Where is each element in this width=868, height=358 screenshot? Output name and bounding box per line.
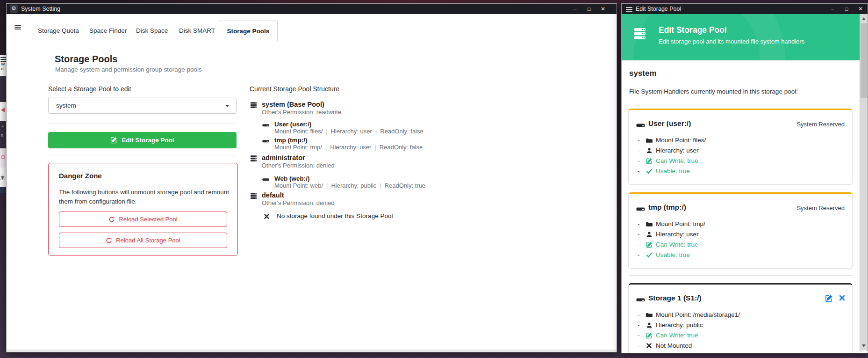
- handler-node-details: Mount Point: tmp/|Hierarchy: user|ReadOn…: [274, 144, 423, 151]
- edit-icon: [110, 137, 117, 144]
- chevron-down-icon: [225, 105, 229, 107]
- check-icon: [646, 168, 653, 175]
- sliver-text: xt: [0, 66, 6, 71]
- card-title: User (user:/): [648, 119, 691, 128]
- bullet: -: [638, 251, 640, 258]
- gear-icon: ⚙: [10, 5, 18, 13]
- danger-zone-description: The following buttons will unmount stora…: [59, 188, 233, 206]
- hamburger-menu-icon[interactable]: [626, 6, 632, 13]
- banner-subtitle: Edit storage pool and its mounted file s…: [659, 38, 804, 45]
- bullet: -: [638, 321, 640, 329]
- main-titlebar[interactable]: ⚙ System Setting – □ ✕: [7, 4, 617, 14]
- tab-space-finder[interactable]: Space Finder: [89, 27, 127, 34]
- pool-select[interactable]: system: [48, 97, 237, 114]
- background-window-sliver: W xt ~ n. 東: [0, 55, 6, 193]
- card-title: tmp (tmp:/): [648, 203, 686, 212]
- pool-node-permission: Other's Permission: denied: [262, 199, 335, 206]
- reload-selected-pool-button[interactable]: Reload Selected Pool: [59, 212, 227, 227]
- scroll-down-icon[interactable]: [862, 344, 866, 347]
- scrollbar-thumb[interactable]: [861, 23, 868, 98]
- detail-hierarchy: Hierarchy: user: [330, 144, 371, 151]
- edit-titlebar[interactable]: Edit Storage Pool – □ ✕: [622, 4, 868, 14]
- hdd-icon: [636, 295, 646, 304]
- handler-node-details: Mount Point: web/|Hierarchy: public|Read…: [274, 182, 425, 189]
- close-button[interactable]: ✕: [854, 4, 868, 14]
- minimize-button[interactable]: –: [568, 4, 582, 14]
- bullet: -: [638, 157, 640, 164]
- person-icon: [646, 147, 653, 154]
- pool-node-permission: Other's Permission: readwrite: [262, 109, 341, 116]
- pool-node-permission: Other's Permission: denied: [262, 162, 335, 169]
- card-item-text: Can Write: true: [656, 241, 698, 248]
- card-item-text: Not Mounted: [656, 342, 692, 349]
- card-item-text: Mount Point: tmp/: [656, 220, 705, 227]
- edit-storage-pool-window: Edit Storage Pool – □ ✕ Edit Storage Poo…: [621, 3, 868, 353]
- danger-zone-card: Danger Zone The following buttons will u…: [48, 163, 238, 256]
- tab-disk-smart[interactable]: Disk SMART: [179, 27, 215, 34]
- reload-all-pools-button[interactable]: Reload All Storage Pool: [59, 233, 227, 248]
- bullet: -: [638, 168, 640, 175]
- reload-all-pools-label: Reload All Storage Pool: [116, 237, 180, 244]
- red-triangle-icon: [1, 108, 5, 112]
- edit-handler-icon[interactable]: [825, 294, 833, 302]
- sliver-text: ~: [0, 121, 6, 129]
- hamburger-menu-icon[interactable]: [14, 24, 21, 30]
- detail-readonly: ReadOnly: false: [380, 128, 423, 135]
- reload-selected-pool-label: Reload Selected Pool: [119, 216, 177, 223]
- tab-disk-space[interactable]: Disk Space: [136, 27, 168, 34]
- person-icon: [646, 231, 653, 238]
- pool-select-value: system: [56, 102, 76, 109]
- folder-icon: [646, 137, 653, 144]
- edited-pool-name: system: [629, 69, 657, 78]
- detail-hierarchy: Hierarchy: public: [331, 182, 376, 189]
- refresh-icon: [108, 216, 115, 223]
- handler-node-title: Web (web:/): [274, 175, 310, 182]
- sliver-segment: [0, 187, 6, 193]
- x-icon: [646, 343, 652, 349]
- scrollbar[interactable]: [860, 14, 868, 351]
- window-title: System Setting: [21, 6, 60, 12]
- bullet: -: [638, 241, 640, 248]
- tab-storage-quota[interactable]: Storage Quota: [38, 27, 79, 34]
- pink-circle-icon: [1, 155, 5, 159]
- bullet: -: [638, 147, 640, 154]
- hdd-icon: [262, 138, 269, 145]
- sliver-segment: 東: [0, 168, 6, 187]
- bullet: -: [638, 220, 640, 227]
- sliver-text: 東: [0, 168, 6, 181]
- edit-icon: [646, 332, 653, 339]
- hdd-icon: [636, 205, 646, 213]
- maximize-button[interactable]: □: [582, 4, 596, 14]
- scroll-up-icon[interactable]: [862, 17, 866, 20]
- tab-bar: Storage Quota Space Finder Disk Space Di…: [7, 14, 617, 40]
- card-item-text: Hierarchy: user: [656, 147, 699, 154]
- maximize-button[interactable]: □: [839, 4, 854, 14]
- pool-node-title: system (Base Pool): [262, 101, 324, 108]
- card-item-text: Usable: true: [656, 168, 690, 175]
- bullet: -: [638, 231, 640, 238]
- detail-mount: Mount Point: files/: [274, 128, 323, 135]
- sliver-segment: [0, 76, 6, 102]
- detail-mount: Mount Point: tmp/: [274, 144, 322, 151]
- banner-title: Edit Storage Pool: [659, 25, 727, 35]
- remove-handler-icon[interactable]: [839, 294, 846, 302]
- bullet: -: [638, 342, 640, 349]
- edit-storage-pool-button[interactable]: Edit Storage Pool: [48, 132, 237, 148]
- handler-node-title: tmp (tmp:/): [274, 137, 307, 144]
- tab-storage-pools[interactable]: Storage Pools: [219, 21, 278, 41]
- hdd-icon: [262, 176, 269, 183]
- edit-storage-pool-label: Edit Storage Pool: [122, 137, 174, 144]
- minimize-button[interactable]: –: [825, 4, 839, 14]
- hdd-icon: [636, 121, 646, 130]
- x-icon: [264, 213, 270, 219]
- empty-pool-message: No storage found under this Storage Pool: [277, 212, 393, 219]
- structure-heading: Current Storage Pool Structure: [250, 85, 339, 93]
- sliver-segment: ~ n.: [0, 121, 6, 148]
- refresh-icon: [106, 237, 112, 244]
- server-icon: [633, 27, 647, 40]
- handler-node-details: Mount Point: files/|Hierarchy: user|Read…: [274, 128, 423, 135]
- close-button[interactable]: ✕: [596, 4, 610, 14]
- sliver-segment: [0, 55, 6, 62]
- card-item-text: Can Write: true: [656, 332, 698, 339]
- folder-icon: [646, 221, 653, 227]
